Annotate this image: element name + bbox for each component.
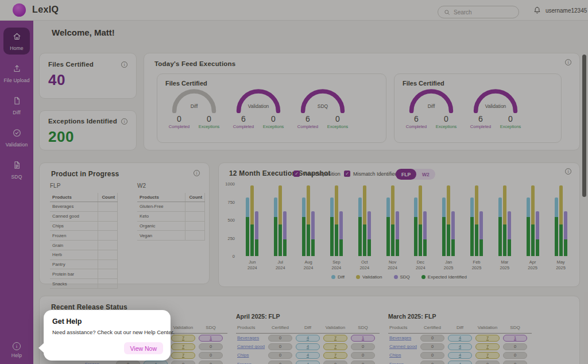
get-help-popover: Get Help Need assistance? Check out our … — [44, 310, 171, 361]
tour-dim-overlay — [0, 0, 588, 364]
view-now-button[interactable]: View Now — [124, 342, 164, 354]
popover-arrow — [38, 343, 44, 353]
popover-title: Get Help — [52, 317, 82, 326]
popover-body: Need assistance? Check out our new Help … — [52, 329, 175, 335]
